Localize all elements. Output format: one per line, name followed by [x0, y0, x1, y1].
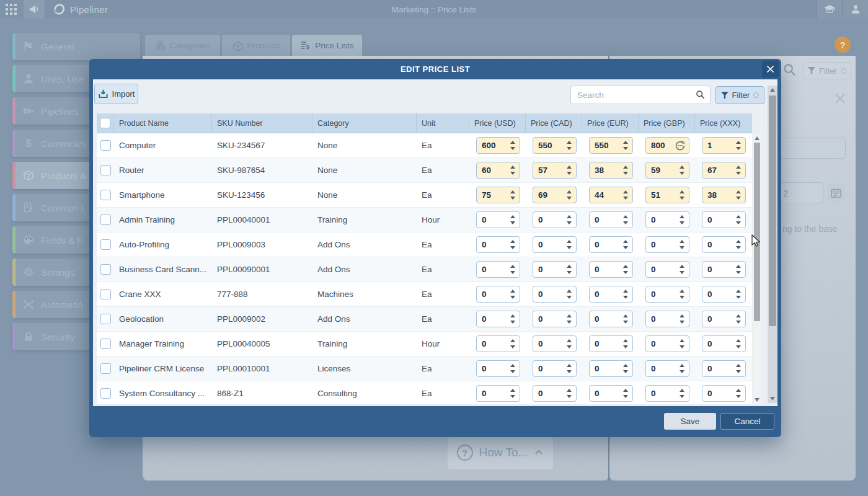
stepper-arrows[interactable]	[733, 190, 743, 200]
stepper-arrows[interactable]	[564, 290, 574, 299]
price-input[interactable]: 0	[645, 286, 689, 303]
price-input[interactable]: 0	[645, 360, 689, 377]
row-checkbox[interactable]	[100, 140, 111, 151]
stepper-arrows[interactable]	[508, 314, 518, 324]
price-input[interactable]: 60	[476, 162, 520, 179]
price-input[interactable]: 0	[589, 311, 633, 327]
stepper-arrows[interactable]	[733, 364, 743, 373]
price-input[interactable]: 0	[589, 261, 633, 278]
scroll-down-arrow[interactable]	[768, 397, 777, 401]
scroll-up-arrow[interactable]	[768, 88, 777, 92]
user-icon[interactable]	[842, 0, 868, 19]
scroll-down-arrow[interactable]	[753, 398, 761, 402]
column-header-category[interactable]: Category	[312, 113, 417, 133]
price-input[interactable]: 59	[645, 162, 689, 179]
stepper-arrows[interactable]	[677, 190, 687, 200]
price-input[interactable]: 0	[476, 236, 520, 253]
column-header-price-gbp[interactable]: Price (GBP)	[639, 113, 695, 133]
price-input[interactable]: 550	[589, 137, 633, 154]
stepper-arrows[interactable]	[621, 166, 631, 175]
dialog-close-button[interactable]	[762, 61, 779, 78]
stepper-arrows[interactable]	[733, 389, 743, 398]
price-input[interactable]: 0	[476, 335, 520, 352]
price-input[interactable]: 75	[476, 187, 520, 203]
column-header-sku-number[interactable]: SKU Number	[212, 113, 312, 133]
price-input[interactable]: 0	[589, 385, 633, 402]
price-input[interactable]: 0	[476, 360, 520, 377]
stepper-arrows[interactable]	[508, 389, 518, 398]
scroll-up-arrow[interactable]	[753, 136, 761, 140]
price-input[interactable]: 0	[645, 261, 689, 278]
tab-price-lists[interactable]: $Price Lists	[292, 35, 362, 56]
stepper-arrows[interactable]	[677, 265, 687, 274]
stepper-arrows[interactable]	[564, 389, 574, 398]
price-input[interactable]: 0	[702, 211, 746, 228]
stepper-arrows[interactable]	[733, 141, 743, 150]
save-button[interactable]: Save	[664, 413, 716, 430]
stepper-arrows[interactable]	[564, 339, 574, 348]
price-input[interactable]: 0	[476, 385, 520, 402]
row-checkbox[interactable]	[100, 363, 111, 374]
stepper-arrows[interactable]	[733, 265, 743, 274]
price-input[interactable]: 38	[589, 162, 633, 179]
table-scrollbar[interactable]	[753, 134, 761, 404]
stepper-arrows[interactable]	[621, 364, 631, 373]
price-input[interactable]: 0	[589, 211, 633, 228]
calendar-icon[interactable]	[827, 184, 845, 202]
graduation-cap-icon[interactable]	[816, 0, 842, 19]
price-input[interactable]: 0	[702, 236, 746, 253]
price-input[interactable]: 0	[702, 335, 746, 352]
price-input[interactable]: 0	[645, 211, 689, 228]
price-input[interactable]: 0	[476, 211, 520, 228]
price-input[interactable]: 0	[702, 311, 746, 327]
stepper-arrows[interactable]	[621, 314, 631, 324]
import-button[interactable]: Import	[94, 84, 138, 104]
row-checkbox[interactable]	[100, 215, 111, 225]
stepper-arrows[interactable]	[677, 389, 687, 398]
price-input[interactable]: 0	[645, 311, 689, 327]
row-checkbox[interactable]	[100, 165, 111, 175]
stepper-arrows[interactable]	[564, 265, 574, 274]
stepper-arrows[interactable]	[677, 240, 687, 249]
price-input[interactable]: 51	[645, 187, 689, 203]
price-input[interactable]: 600	[476, 137, 520, 154]
price-input[interactable]: 0	[533, 385, 577, 402]
magnifier-icon[interactable]	[782, 63, 797, 78]
price-input[interactable]: 0	[533, 236, 577, 253]
stepper-arrows[interactable]	[564, 215, 574, 224]
stepper-arrows[interactable]	[508, 190, 518, 200]
stepper-arrows[interactable]	[508, 166, 518, 175]
row-checkbox[interactable]	[100, 289, 111, 299]
price-input[interactable]: 0	[476, 261, 520, 278]
stepper-arrows[interactable]	[677, 314, 687, 324]
price-input[interactable]: 0	[476, 311, 520, 327]
price-input[interactable]: 0	[533, 360, 577, 377]
price-input[interactable]: 0	[533, 286, 577, 303]
price-input[interactable]: 0	[533, 335, 577, 352]
stepper-arrows[interactable]	[733, 339, 743, 348]
price-input[interactable]: 0	[589, 236, 633, 253]
price-input[interactable]: 0	[589, 360, 633, 377]
column-header-price-eur[interactable]: Price (EUR)	[582, 113, 639, 133]
price-input[interactable]: 57	[533, 162, 577, 179]
price-input[interactable]: 0	[645, 385, 689, 402]
stepper-arrows[interactable]	[621, 265, 631, 274]
price-input[interactable]: 44	[589, 187, 633, 203]
price-input[interactable]: 0	[533, 261, 577, 278]
price-input[interactable]: 67	[702, 162, 746, 179]
stepper-arrows[interactable]	[677, 215, 687, 224]
stepper-arrows[interactable]	[733, 240, 743, 249]
magnifier-icon[interactable]	[696, 90, 706, 100]
price-input[interactable]: 800	[645, 137, 689, 154]
stepper-arrows[interactable]	[733, 314, 743, 324]
price-input[interactable]: 0	[702, 385, 746, 402]
stepper-arrows[interactable]	[564, 141, 574, 150]
price-input[interactable]: 0	[645, 335, 689, 352]
row-checkbox[interactable]	[100, 190, 111, 200]
price-input[interactable]: 0	[645, 236, 689, 253]
stepper-arrows[interactable]	[621, 215, 631, 224]
stepper-arrows[interactable]	[508, 141, 518, 150]
stepper-arrows[interactable]	[564, 190, 574, 200]
column-header-product-name[interactable]: Product Name	[114, 113, 212, 133]
row-checkbox[interactable]	[100, 264, 111, 275]
